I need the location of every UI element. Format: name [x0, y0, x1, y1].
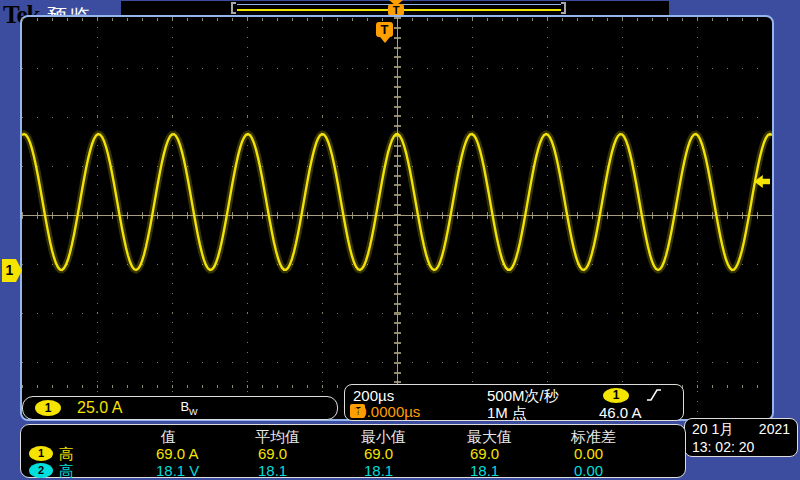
delay-value: 30.0000µs [350, 403, 420, 420]
meas-row2-mean: 18.1 [258, 462, 287, 479]
horizontal-readout-box: 200µs 500M次/秒 1 T → ▼ 30.0000µs 1M 点 46.… [344, 384, 684, 421]
meas-row1-max: 69.0 [470, 445, 499, 462]
meas-row2-value: 18.1 V [156, 462, 199, 479]
record-length-readout: 1M 点 [487, 404, 527, 423]
oscilloscope-screen: Tek 预览 T T 1 1 25 [0, 0, 800, 480]
graticule [22, 17, 772, 419]
ch1-scale-readout: 25.0 A [77, 399, 122, 417]
meas-row1-min: 69.0 [364, 445, 393, 462]
rising-slope-icon [645, 387, 663, 403]
meas-row2-name: 高 [59, 462, 74, 480]
date-year: 2021 [759, 421, 790, 439]
timebase-readout: 200µs [353, 387, 394, 404]
meas-row2-min: 18.1 [364, 462, 393, 479]
trigger-delay-readout: T → ▼ 30.0000µs [350, 404, 365, 418]
meas-row1-value: 69.0 A [156, 445, 199, 462]
meas-row2-stddev: 0.00 [574, 462, 603, 479]
bandwidth-limit-icon: BW [180, 399, 197, 417]
meas-row1-stddev: 0.00 [574, 445, 603, 462]
trigger-t-icon: T [376, 22, 393, 37]
meas-row2-max: 18.1 [470, 462, 499, 479]
meas-row2-badge: 2 [29, 463, 53, 478]
measurement-table: 值 平均值 最小值 最大值 标准差 1 高 69.0 A 69.0 69.0 6… [20, 424, 686, 478]
meas-row1-mean: 69.0 [258, 445, 287, 462]
display-frame [20, 15, 774, 421]
meas-row1-badge: 1 [29, 446, 53, 461]
ch1-ground-marker: 1 [2, 259, 22, 282]
date-day-month: 20 1月 [692, 421, 733, 439]
trigger-flag-point-icon [380, 37, 390, 43]
window-bracket-right [561, 2, 566, 14]
trigger-source-badge: 1 [603, 388, 629, 403]
datetime-box: 20 1月 2021 13: 02: 20 [684, 418, 798, 457]
time-line: 13: 02: 20 [692, 439, 790, 455]
ch1-badge: 1 [35, 400, 61, 416]
trigger-level-readout: 46.0 A [599, 404, 642, 421]
window-bracket-left [231, 2, 236, 14]
record-view-bar: T [121, 1, 669, 15]
ch1-waveform [22, 17, 772, 419]
trigger-delay-flag: T [376, 22, 394, 44]
ch1-readout-box: 1 25.0 A BW [22, 396, 338, 420]
date-line: 20 1月 2021 [692, 421, 790, 439]
